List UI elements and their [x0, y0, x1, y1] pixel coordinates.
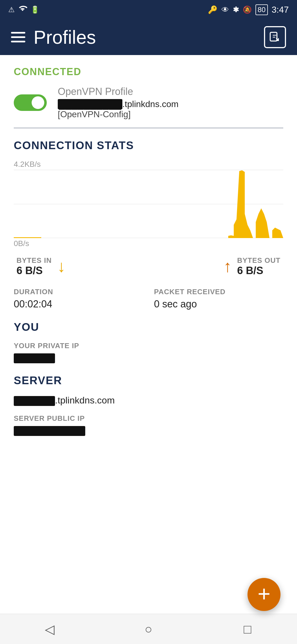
chart-bottom-label: 0B/s — [14, 239, 29, 248]
fab-plus-icon: + — [258, 583, 271, 605]
recents-icon: □ — [244, 622, 251, 637]
key-icon: 🔑 — [208, 5, 218, 14]
home-button[interactable]: ○ — [135, 618, 162, 640]
wifi-icon — [18, 5, 27, 15]
section-divider — [14, 128, 283, 128]
import-button[interactable] — [264, 26, 286, 48]
you-section-title: YOU — [14, 321, 283, 333]
svg-rect-0 — [270, 32, 277, 41]
stats-grid: DURATION 00:02:04 PACKET RECEIVED 0 sec … — [14, 288, 283, 310]
bytes-out-label: BYTES OUT — [237, 256, 280, 265]
server-domain-redacted — [14, 396, 55, 406]
server-public-ip-redacted — [14, 426, 85, 436]
download-arrow-icon: ↓ — [57, 258, 65, 275]
connection-stats-title: CONNECTION STATS — [14, 139, 283, 152]
alert-icon: ⚠ — [8, 6, 15, 14]
bytes-in-info: BYTES IN 6 B/S — [16, 256, 52, 277]
chart-container: 4.2KB/s 0B/s — [14, 160, 283, 248]
profile-info: OpenVPN Profile ██████████.tplinkdns.com… — [58, 86, 178, 119]
back-button[interactable]: ◁ — [36, 618, 63, 640]
server-public-ip-value — [14, 425, 283, 436]
private-ip-redacted — [14, 353, 55, 363]
profile-row: OpenVPN Profile ██████████.tplinkdns.com… — [14, 86, 283, 119]
server-section-title: SERVER — [14, 374, 283, 387]
back-icon: ◁ — [45, 622, 54, 637]
duration-value: 00:02:04 — [14, 298, 143, 310]
status-bar: ⚠ 🔋 🔑 👁 ✱ 🔕 80 3:47 — [0, 0, 297, 19]
header: Profiles — [0, 19, 297, 55]
bytes-out-value: 6 B/S — [237, 265, 280, 277]
status-bar-left: ⚠ 🔋 — [8, 5, 39, 15]
svg-marker-2 — [234, 170, 253, 238]
svg-marker-4 — [272, 228, 283, 238]
toggle-knob — [32, 96, 44, 109]
svg-marker-3 — [256, 208, 270, 238]
packet-value: 0 sec ago — [154, 298, 283, 310]
page-title: Profiles — [34, 26, 96, 48]
packet-stat: PACKET RECEIVED 0 sec ago — [154, 288, 283, 310]
svg-marker-5 — [14, 237, 41, 238]
server-domain: .tplinkdns.com — [14, 395, 283, 406]
duration-stat: DURATION 00:02:04 — [14, 288, 143, 310]
connected-label: CONNECTED — [14, 66, 283, 78]
battery-charging-icon: 🔋 — [31, 6, 39, 14]
chart-svg — [14, 170, 283, 238]
bytes-row: BYTES IN 6 B/S ↓ ↑ BYTES OUT 6 B/S — [14, 256, 283, 277]
private-ip-label: YOUR PRIVATE IP — [14, 342, 283, 350]
bytes-in-label: BYTES IN — [16, 256, 52, 265]
chart-top-label: 4.2KB/s — [14, 160, 41, 169]
server-host-redacted: ██████████ — [58, 99, 122, 109]
bottom-nav: ◁ ○ □ — [0, 614, 297, 644]
eye-icon: 👁 — [221, 5, 229, 14]
vpn-toggle[interactable] — [14, 94, 47, 111]
profile-server: ██████████.tplinkdns.com — [58, 99, 178, 109]
recents-button[interactable]: □ — [234, 618, 261, 640]
server-section: SERVER .tplinkdns.com SERVER PUBLIC IP — [14, 374, 283, 436]
bytes-out-info: BYTES OUT 6 B/S — [237, 256, 280, 277]
packet-label: PACKET RECEIVED — [154, 288, 283, 296]
bytes-in-value: 6 B/S — [16, 265, 52, 277]
server-public-ip-label: SERVER PUBLIC IP — [14, 414, 283, 423]
upload-arrow-icon: ↑ — [223, 258, 232, 275]
status-bar-right: 🔑 👁 ✱ 🔕 80 3:47 — [208, 4, 289, 15]
home-icon: ○ — [145, 622, 152, 637]
bytes-in-section: BYTES IN 6 B/S ↓ — [16, 256, 65, 277]
status-time: 3:47 — [272, 5, 289, 15]
hamburger-menu[interactable] — [11, 32, 25, 42]
bytes-out-section: ↑ BYTES OUT 6 B/S — [223, 256, 280, 277]
main-content: CONNECTED OpenVPN Profile ██████████.tpl… — [0, 55, 297, 513]
battery-level: 80 — [255, 4, 268, 15]
profile-name: OpenVPN Profile — [58, 86, 178, 97]
header-left: Profiles — [11, 26, 96, 48]
add-profile-fab[interactable]: + — [248, 578, 280, 611]
profile-config: [OpenVPN-Config] — [58, 109, 178, 119]
svg-marker-6 — [228, 235, 234, 238]
bell-mute-icon: 🔕 — [243, 6, 252, 14]
private-ip-value — [14, 352, 283, 363]
bluetooth-icon: ✱ — [233, 6, 239, 14]
duration-label: DURATION — [14, 288, 143, 296]
